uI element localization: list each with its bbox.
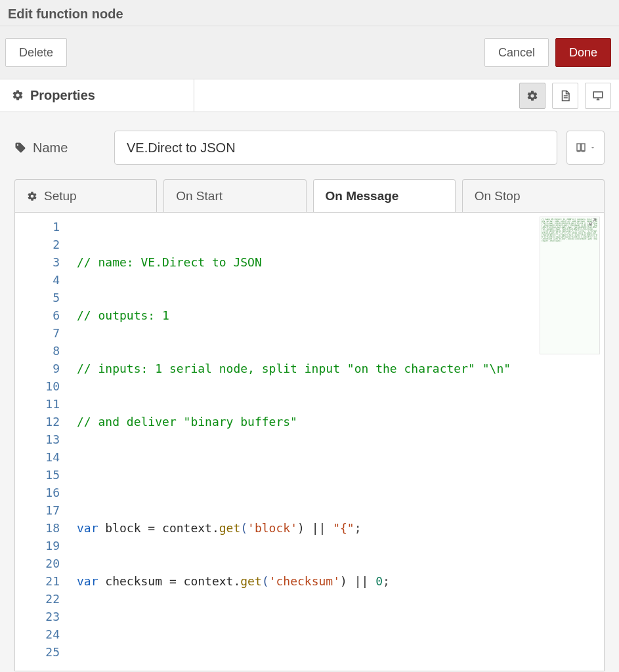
code-token: checksum = context. [98, 574, 241, 588]
function-tabs: Setup On Start On Message On Stop [14, 179, 605, 212]
line-number: 22 [15, 590, 60, 608]
code-token: get [240, 574, 262, 588]
expand-icon[interactable] [588, 217, 599, 228]
line-gutter: 1 2 3 4 5 6 7 8 9 10 11 12 13 14 15 16 1… [15, 213, 68, 671]
code-token: var [77, 574, 98, 588]
line-number: 4 [15, 271, 60, 289]
line-number: 6 [15, 306, 60, 324]
line-number: 8 [15, 342, 60, 360]
delete-button[interactable]: Delete [5, 38, 67, 67]
properties-tab-row: Properties [0, 79, 619, 112]
tab-onstop-label: On Stop [475, 189, 521, 203]
line-number: 11 [15, 395, 60, 413]
library-button[interactable] [566, 131, 605, 165]
code-token: ; [354, 521, 362, 535]
code-token: // outputs: 1 [77, 308, 169, 322]
minimap[interactable]: // name VE.Direct to JSON\n// outputs 1\… [540, 217, 600, 354]
action-row: Delete Cancel Done [0, 26, 619, 79]
gear-icon [12, 89, 24, 101]
document-icon [559, 90, 571, 102]
code-editor[interactable]: // name VE.Direct to JSON\n// outputs 1\… [14, 212, 605, 671]
line-number: 20 [15, 555, 60, 572]
code-token: 0 [375, 574, 383, 588]
line-number: 19 [15, 537, 60, 555]
code-token: // inputs: 1 serial node, split input "o… [77, 362, 511, 375]
code-token: ) || [340, 574, 375, 588]
line-number: 1 [15, 218, 60, 236]
name-input[interactable] [114, 131, 557, 165]
code-token: "{" [333, 521, 354, 535]
tab-onstop[interactable]: On Stop [462, 179, 605, 212]
code-token: 'block' [247, 521, 297, 535]
line-number: 15 [15, 466, 60, 484]
icon-button-group [519, 79, 619, 112]
line-number: 9 [15, 360, 60, 377]
line-number: 7 [15, 324, 60, 342]
code-content[interactable]: // name: VE.Direct to JSON // outputs: 1… [68, 213, 604, 671]
code-token: // name: VE.Direct to JSON [77, 255, 262, 269]
code-token: ) || [297, 521, 333, 535]
tab-onmessage[interactable]: On Message [313, 179, 456, 212]
code-token: ( [262, 574, 269, 588]
line-number: 3 [15, 253, 60, 271]
name-label-text: Name [33, 140, 68, 156]
line-number: 24 [15, 625, 60, 643]
code-token: // and deliver "binary buffers" [77, 415, 297, 429]
tab-setup[interactable]: Setup [14, 179, 157, 212]
code-token: ( [240, 521, 247, 535]
cancel-button[interactable]: Cancel [484, 38, 549, 67]
gear-icon [27, 191, 37, 201]
properties-tab-label: Properties [30, 88, 95, 103]
code-token: ; [383, 574, 390, 588]
code-token: 'checksum' [269, 574, 340, 588]
line-number: 23 [15, 608, 60, 625]
line-number: 17 [15, 501, 60, 519]
editor-body: 1 2 3 4 5 6 7 8 9 10 11 12 13 14 15 16 1… [15, 213, 604, 671]
line-number: 12 [15, 413, 60, 430]
tab-onstart-label: On Start [176, 189, 223, 203]
gear-icon [526, 90, 538, 102]
line-number: 13 [15, 430, 60, 448]
code-token: block = context. [98, 521, 219, 535]
form-area: Name [0, 112, 619, 165]
name-row: Name [14, 131, 605, 165]
line-number: 2 [15, 236, 60, 253]
settings-icon-button[interactable] [519, 83, 545, 109]
tab-onmessage-label: On Message [326, 189, 399, 203]
line-number: 18 [15, 519, 60, 537]
appearance-icon-button[interactable] [585, 83, 611, 109]
name-label: Name [14, 140, 105, 156]
line-number: 25 [15, 643, 60, 661]
tab-setup-label: Setup [44, 189, 77, 203]
right-button-group: Cancel Done [484, 38, 611, 67]
tag-icon [14, 142, 26, 154]
monitor-icon [592, 90, 604, 102]
tab-spacer [194, 79, 519, 112]
caret-down-icon [589, 144, 596, 151]
line-number: 16 [15, 484, 60, 501]
line-number: 14 [15, 448, 60, 466]
tab-onstart[interactable]: On Start [163, 179, 306, 212]
description-icon-button[interactable] [552, 83, 578, 109]
book-icon [575, 142, 587, 154]
properties-tab[interactable]: Properties [0, 79, 194, 112]
line-number: 21 [15, 572, 60, 590]
code-token: var [77, 521, 98, 535]
line-number: 10 [15, 377, 60, 395]
line-number: 5 [15, 289, 60, 306]
dialog-title: Edit function node [0, 0, 619, 26]
done-button[interactable]: Done [555, 38, 611, 67]
code-token: get [219, 521, 241, 535]
